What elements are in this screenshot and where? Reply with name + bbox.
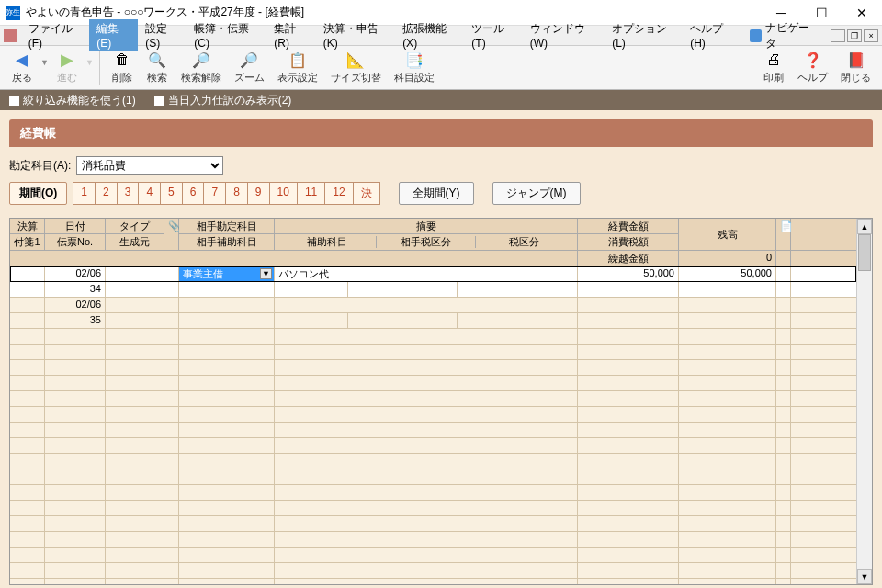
menu-file[interactable]: ファイル(F) [21, 19, 90, 51]
table-cell[interactable] [179, 391, 275, 406]
table-cell[interactable] [10, 516, 45, 531]
month-tab-8[interactable]: 8 [226, 182, 248, 205]
table-cell[interactable] [679, 501, 776, 515]
menu-ledger[interactable]: 帳簿・伝票(C) [187, 19, 266, 51]
table-cell[interactable] [164, 579, 179, 584]
month-tab-9[interactable]: 9 [248, 182, 270, 205]
table-cell[interactable] [106, 563, 164, 578]
table-cell[interactable] [275, 532, 578, 547]
forward-dropdown-icon[interactable]: ▼ [85, 58, 94, 67]
table-row[interactable] [10, 485, 856, 501]
table-row[interactable]: 35 [10, 313, 856, 329]
header-aite-hojo[interactable]: 相手補助科目 [179, 234, 274, 250]
table-cell[interactable] [776, 548, 791, 562]
table-cell[interactable] [275, 548, 578, 562]
table-cell[interactable] [578, 532, 679, 547]
table-cell[interactable] [578, 501, 679, 515]
table-cell[interactable] [45, 532, 106, 547]
table-cell[interactable] [275, 345, 578, 359]
table-cell[interactable] [106, 298, 164, 312]
table-cell[interactable] [106, 516, 164, 531]
table-cell[interactable] [179, 438, 275, 453]
table-cell[interactable] [776, 563, 791, 578]
header-zei[interactable]: 税区分 [476, 236, 573, 248]
navigator-button[interactable]: ナビゲータ [742, 18, 823, 53]
table-row[interactable] [10, 548, 856, 563]
table-cell[interactable] [10, 469, 45, 484]
table-cell[interactable] [776, 282, 791, 297]
menu-help[interactable]: ヘルプ(H) [683, 19, 742, 51]
size-toggle-button[interactable]: 📐 サイズ切替 [325, 49, 387, 86]
table-cell[interactable] [106, 407, 164, 422]
month-tab-2[interactable]: 2 [96, 182, 118, 205]
table-cell[interactable] [106, 376, 164, 390]
table-cell[interactable] [164, 485, 179, 500]
table-cell[interactable] [10, 407, 45, 422]
header-type[interactable]: タイプ [106, 219, 164, 234]
table-cell[interactable] [10, 329, 45, 344]
table-cell[interactable] [179, 376, 275, 390]
table-cell[interactable] [106, 469, 164, 484]
table-cell[interactable] [164, 391, 179, 406]
table-cell[interactable] [179, 563, 275, 578]
table-cell[interactable] [164, 313, 179, 328]
scroll-down-button[interactable]: ▼ [857, 569, 872, 584]
header-aite-zei[interactable]: 相手税区分 [377, 236, 475, 248]
table-cell[interactable] [275, 391, 578, 406]
table-cell[interactable] [776, 516, 791, 531]
menu-summary[interactable]: 集計(R) [266, 19, 316, 51]
table-cell[interactable] [179, 329, 275, 344]
table-cell[interactable] [179, 360, 275, 375]
all-period-button[interactable]: 全期間(Y) [399, 182, 474, 205]
table-cell[interactable] [45, 407, 106, 422]
table-cell[interactable] [45, 563, 106, 578]
table-cell[interactable] [679, 423, 776, 437]
table-cell[interactable] [164, 423, 179, 437]
table-cell[interactable] [776, 485, 791, 500]
month-tab-5[interactable]: 5 [161, 182, 183, 205]
table-cell[interactable] [10, 391, 45, 406]
table-cell[interactable]: パソコン代 [275, 266, 578, 281]
table-cell[interactable] [164, 438, 179, 453]
table-cell[interactable] [578, 423, 679, 437]
menu-window[interactable]: ウィンドウ(W) [523, 19, 605, 51]
month-tab-1[interactable]: 1 [73, 182, 96, 205]
table-cell[interactable]: 50,000 [578, 266, 679, 281]
table-cell[interactable] [106, 438, 164, 453]
table-cell[interactable] [179, 345, 275, 359]
table-cell[interactable] [45, 329, 106, 344]
table-cell[interactable] [275, 298, 578, 312]
table-row[interactable] [10, 454, 856, 469]
header-flag[interactable]: 📄 [776, 219, 790, 250]
scroll-up-button[interactable]: ▲ [857, 219, 872, 234]
table-cell[interactable] [776, 313, 791, 328]
table-cell[interactable] [45, 469, 106, 484]
search-button[interactable]: 🔍 検索 [141, 49, 174, 86]
table-cell[interactable]: 事業主借▼ [179, 266, 275, 281]
table-row[interactable] [10, 360, 856, 376]
table-cell[interactable] [106, 579, 164, 584]
table-cell[interactable] [679, 360, 776, 375]
menu-option[interactable]: オプション(L) [605, 19, 683, 51]
table-cell[interactable] [348, 313, 458, 328]
table-cell[interactable] [179, 579, 275, 584]
table-row[interactable] [10, 501, 856, 516]
table-cell[interactable] [10, 548, 45, 562]
table-cell[interactable] [679, 469, 776, 484]
table-cell[interactable] [275, 376, 578, 390]
vertical-scrollbar[interactable]: ▲ ▼ [856, 219, 872, 584]
table-cell[interactable] [179, 469, 275, 484]
table-cell[interactable] [164, 282, 179, 297]
table-cell[interactable] [776, 501, 791, 515]
table-cell[interactable] [679, 579, 776, 584]
header-fusen[interactable]: 付箋1 [10, 234, 44, 250]
header-keihi[interactable]: 経費金額 [578, 219, 678, 234]
table-cell[interactable] [776, 469, 791, 484]
table-cell[interactable] [106, 501, 164, 515]
table-cell[interactable] [106, 282, 164, 297]
table-cell[interactable] [179, 485, 275, 500]
table-cell[interactable] [106, 454, 164, 469]
table-cell[interactable] [679, 345, 776, 359]
table-cell[interactable] [275, 407, 578, 422]
header-date[interactable]: 日付 [45, 219, 105, 234]
